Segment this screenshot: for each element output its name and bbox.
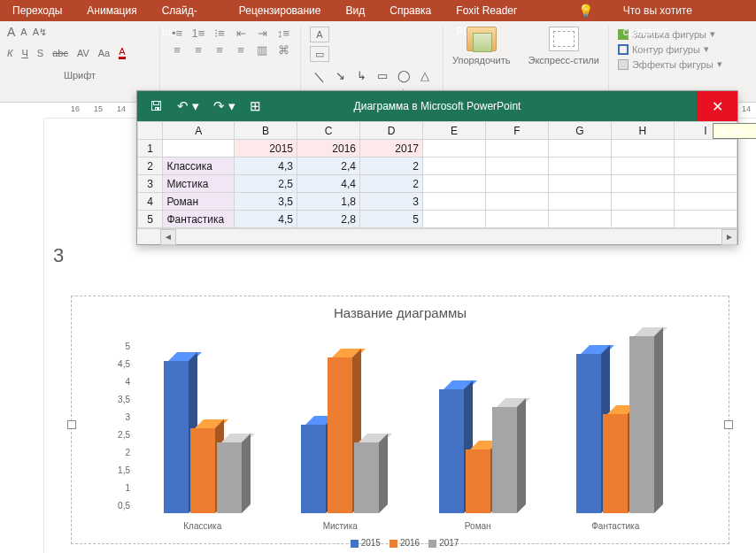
row-header[interactable]: 1 xyxy=(138,140,163,157)
chart-object[interactable]: Название диаграммы 0,511,522,533,544,55 … xyxy=(71,296,729,544)
row-header[interactable]: 3 xyxy=(138,175,163,193)
shape-effects-button[interactable]: Эффекты фигуры ▾ xyxy=(618,57,722,72)
cell[interactable]: 3,5 xyxy=(235,193,297,211)
column-header[interactable]: D xyxy=(360,122,423,140)
columns-icon[interactable]: ▥ xyxy=(254,43,270,57)
chart-legend[interactable]: 201520162017 xyxy=(81,538,720,548)
cell[interactable] xyxy=(485,157,548,175)
shape-arrow-icon[interactable]: ↘ xyxy=(331,69,349,85)
column-header[interactable]: E xyxy=(423,122,486,140)
cell[interactable] xyxy=(423,211,486,228)
cell[interactable] xyxy=(548,157,611,175)
cell[interactable] xyxy=(485,193,548,211)
cell[interactable] xyxy=(674,193,737,211)
numbering-icon[interactable]: 1≡ xyxy=(190,27,206,40)
textbox-icon[interactable]: A xyxy=(310,27,329,42)
cell[interactable] xyxy=(611,193,674,211)
shape-rect-icon[interactable]: ▭ xyxy=(374,69,391,85)
legend-label[interactable]: 2015 xyxy=(361,538,381,548)
align-center-icon[interactable]: ≡ xyxy=(190,43,206,57)
cell[interactable]: Мистика xyxy=(163,175,235,193)
row-header[interactable]: 2 xyxy=(138,157,163,175)
cell[interactable]: 4,3 xyxy=(235,157,297,175)
cell[interactable]: 3 xyxy=(360,193,423,211)
tab-review[interactable]: Рецензирование xyxy=(227,0,334,21)
cell[interactable] xyxy=(548,175,611,193)
tab-animation[interactable]: Анимация xyxy=(74,0,149,21)
bar-2016[interactable] xyxy=(328,357,352,513)
change-case-button[interactable]: Aa xyxy=(98,48,110,58)
cell[interactable]: 2015 xyxy=(235,140,297,157)
font-color-button[interactable]: A xyxy=(119,46,125,59)
cell[interactable]: Роман xyxy=(163,193,235,211)
tab-view[interactable]: Вид xyxy=(334,0,378,21)
horizontal-scrollbar[interactable]: ◄ ► xyxy=(137,228,737,244)
shadow-button[interactable]: S xyxy=(37,48,43,58)
cell[interactable] xyxy=(674,175,737,193)
cell[interactable]: 2,8 xyxy=(297,211,360,228)
legend-label[interactable]: 2016 xyxy=(400,538,420,548)
bullets-icon[interactable]: •≡ xyxy=(169,27,185,40)
cell[interactable] xyxy=(611,175,674,193)
cell[interactable]: 2,5 xyxy=(235,175,297,193)
bar-2017[interactable] xyxy=(354,442,379,513)
chart-title[interactable]: Название диаграммы xyxy=(81,305,720,320)
grow-font-icon[interactable]: A xyxy=(7,25,15,39)
cell[interactable] xyxy=(485,140,548,157)
cell[interactable] xyxy=(485,175,548,193)
shrink-font-icon[interactable]: A xyxy=(20,27,27,37)
edit-data-icon[interactable]: ⊞ xyxy=(250,98,261,114)
redo-icon[interactable]: ↷ ▾ xyxy=(213,98,235,114)
tab-slideshow[interactable]: Слайд-шоу xyxy=(150,0,227,21)
cell[interactable]: 2 xyxy=(360,157,423,175)
bar-2015[interactable] xyxy=(576,354,601,513)
cell[interactable]: 2017 xyxy=(360,140,423,157)
cell[interactable]: 4,4 xyxy=(297,175,360,193)
tab-help[interactable]: Справка xyxy=(377,0,444,21)
bar-2015[interactable] xyxy=(164,361,189,513)
column-header[interactable]: A xyxy=(163,122,235,140)
scroll-right-icon[interactable]: ► xyxy=(721,229,737,245)
column-header[interactable]: F xyxy=(485,122,548,140)
shape-line-icon[interactable]: ＼ xyxy=(310,69,328,85)
cell[interactable] xyxy=(548,211,611,228)
cell[interactable]: 2,4 xyxy=(297,157,360,175)
column-header[interactable]: B xyxy=(235,122,297,140)
cell[interactable] xyxy=(423,175,486,193)
decrease-indent-icon[interactable]: ⇤ xyxy=(233,27,249,40)
char-spacing-button[interactable]: AV xyxy=(77,48,89,58)
tab-foxit[interactable]: Foxit Reader PDF xyxy=(444,0,549,21)
justify-icon[interactable]: ≡ xyxy=(233,43,249,57)
increase-indent-icon[interactable]: ⇥ xyxy=(254,27,270,40)
cell[interactable] xyxy=(674,157,737,175)
cell[interactable] xyxy=(674,211,737,228)
shape-insert-icon[interactable]: ▭ xyxy=(310,46,329,62)
cell[interactable]: 5 xyxy=(360,211,423,228)
scroll-left-icon[interactable]: ◄ xyxy=(160,229,176,245)
bar-2016[interactable] xyxy=(190,428,215,513)
cell[interactable] xyxy=(548,140,611,157)
cell[interactable]: 4,5 xyxy=(235,211,297,228)
cell[interactable] xyxy=(423,157,486,175)
bar-2016[interactable] xyxy=(466,449,490,513)
cell[interactable] xyxy=(423,193,486,211)
shape-connector-icon[interactable]: ↳ xyxy=(352,69,370,85)
line-spacing-icon[interactable]: ↕≡ xyxy=(275,27,291,40)
cell[interactable] xyxy=(611,140,674,157)
cell[interactable] xyxy=(163,140,235,157)
cell[interactable]: Классика xyxy=(163,157,235,175)
legend-label[interactable]: 2017 xyxy=(439,538,459,548)
italic-button[interactable]: К xyxy=(7,48,12,58)
bar-2016[interactable] xyxy=(603,414,628,513)
bar-2017[interactable] xyxy=(217,442,242,513)
bar-2015[interactable] xyxy=(439,389,464,513)
cell[interactable]: 1,8 xyxy=(297,193,360,211)
align-left-icon[interactable]: ≡ xyxy=(169,43,185,57)
column-header[interactable]: H xyxy=(611,122,674,140)
cell[interactable] xyxy=(674,140,737,157)
strike-button[interactable]: abc xyxy=(52,48,68,58)
multilevel-icon[interactable]: ⁝≡ xyxy=(212,27,228,40)
cell[interactable]: Фантастика xyxy=(163,211,235,228)
bar-2015[interactable] xyxy=(301,425,326,513)
cell[interactable] xyxy=(423,140,486,157)
